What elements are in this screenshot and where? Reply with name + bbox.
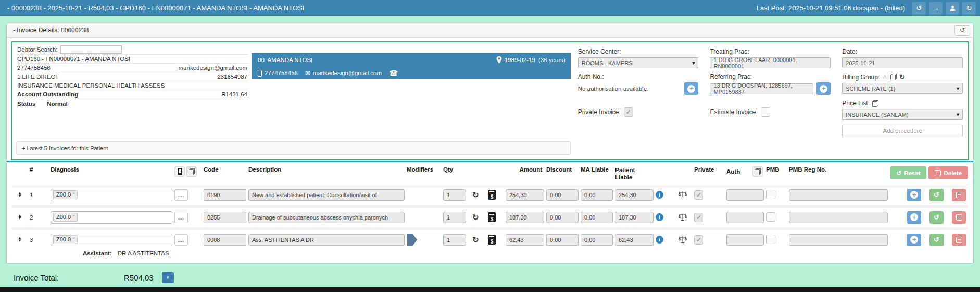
copy-auth-icon[interactable] [752, 166, 763, 177]
diagnosis-chip[interactable]: Z00.0 × [53, 235, 78, 244]
diagnosis-input[interactable]: Z00.0 × [51, 211, 172, 224]
refresh-line-icon[interactable]: ↻ [472, 190, 486, 200]
delete-line-button[interactable] [952, 234, 966, 246]
info-icon[interactable]: i [656, 236, 663, 244]
auth-field[interactable] [726, 212, 764, 223]
user-icon[interactable] [946, 2, 959, 14]
ma-liable-field[interactable]: 0,00 [581, 212, 613, 223]
modifier-flag[interactable] [407, 234, 417, 246]
undo-line-button[interactable]: ↺ [929, 211, 944, 224]
auth-field[interactable] [726, 189, 764, 201]
diagnosis-chip[interactable]: Z00.0 × [53, 213, 78, 222]
history-icon[interactable]: ↺ [912, 2, 926, 14]
treating-prac-field[interactable]: 1 DR G GROBELAAR, 0000001, RN0000001 [710, 57, 831, 68]
add-line-button[interactable]: + [907, 234, 921, 246]
add-line-button[interactable]: + [907, 189, 921, 201]
diagnosis-input[interactable]: Z00.0 × [51, 234, 172, 246]
discount-field[interactable]: 0.00 [546, 189, 579, 201]
add-referring-prac-button[interactable]: + [816, 82, 831, 95]
refresh-line-icon[interactable]: ↻ [472, 213, 486, 222]
reset-button[interactable]: ↺ Reset [890, 166, 927, 179]
copy-icon[interactable] [872, 100, 878, 107]
latest-invoices-toggle[interactable]: + Latest 5 Invoices for this Patient [16, 141, 571, 155]
scale-icon[interactable] [673, 191, 692, 199]
private-checkbox[interactable]: ✓ [694, 235, 703, 245]
amount-field[interactable]: 187,30 [506, 212, 544, 223]
pmb-reg-field[interactable] [789, 234, 888, 246]
pmb-checkbox[interactable] [766, 190, 775, 199]
diagnosis-mobile-icon[interactable] [174, 166, 185, 177]
pmb-reg-field[interactable] [789, 189, 888, 201]
discount-field[interactable]: 0.00 [546, 234, 579, 246]
ma-liable-field[interactable]: 0,00 [581, 234, 613, 246]
refresh-line-icon[interactable]: ↻ [472, 235, 486, 245]
chip-remove-icon[interactable]: × [72, 191, 75, 196]
chip-remove-icon[interactable]: × [72, 213, 75, 218]
diagnosis-input[interactable]: Z00.0 × [51, 189, 172, 201]
private-invoice-checkbox[interactable]: ✓ [624, 107, 633, 117]
delete-line-button[interactable] [952, 189, 966, 201]
pmb-reg-field[interactable] [789, 212, 888, 223]
price-list-select[interactable]: INSURANCE (SANLAM) ▾ [842, 109, 963, 120]
phone-handset-icon[interactable]: ☎ [389, 69, 398, 77]
ma-liable-field[interactable]: 0,00 [581, 189, 613, 201]
invoice-details-header[interactable]: - Invoice Details: 00000238 ↺ [7, 23, 973, 38]
undo-line-button[interactable]: ↺ [929, 189, 944, 201]
pmb-checkbox[interactable] [766, 212, 775, 222]
amount-field[interactable]: 62,43 [506, 234, 544, 246]
scale-icon[interactable] [673, 213, 692, 221]
add-line-button[interactable]: + [907, 211, 921, 224]
add-procedure-button[interactable]: Add procedure [842, 125, 963, 137]
referring-prac-field[interactable]: 13 DR G DOCSPAN, 1285697, MP0159837 [710, 83, 813, 94]
info-icon[interactable]: i [656, 191, 663, 199]
info-icon[interactable]: i [656, 213, 663, 221]
drag-handle[interactable]: ▲▼ [12, 215, 28, 220]
diagnosis-more-button[interactable]: ... [174, 189, 188, 201]
description-field[interactable]: New and established patient: Consultatio… [248, 189, 405, 201]
debtor-search-input[interactable] [60, 45, 122, 54]
diagnosis-chip[interactable]: Z00.0 × [53, 190, 78, 199]
qty-field[interactable]: 1 [443, 234, 466, 246]
billing-doc-icon[interactable]: $ [488, 190, 496, 200]
billing-doc-icon[interactable]: $ [488, 235, 496, 245]
delete-line-button[interactable] [952, 211, 966, 224]
invoice-total-dropdown-button[interactable]: ▼ [162, 272, 174, 283]
invoice-history-button[interactable]: ↺ [954, 25, 970, 36]
diagnosis-more-button[interactable]: ... [174, 234, 188, 246]
auth-field[interactable] [726, 234, 764, 246]
qty-field[interactable]: 1 [443, 212, 466, 223]
estimate-invoice-checkbox[interactable] [761, 107, 770, 117]
private-checkbox[interactable]: ✓ [694, 190, 703, 200]
code-field[interactable]: 0008 [204, 234, 246, 246]
undo-line-button[interactable]: ↺ [929, 234, 944, 246]
description-field[interactable]: Ass: ASTITENTAS A DR [248, 234, 405, 246]
billing-doc-icon[interactable]: $ [488, 212, 496, 222]
diagnosis-more-button[interactable]: ... [174, 212, 188, 223]
drag-handle[interactable]: ▲▼ [12, 237, 28, 242]
drag-handle[interactable]: ▲▼ [12, 192, 28, 198]
refresh-icon[interactable]: ↻ [899, 73, 905, 81]
billing-group-select[interactable]: SCHEME RATE (1) ▾ [842, 83, 963, 94]
patient-liable-field[interactable]: 62,43 [615, 234, 654, 246]
refresh-icon[interactable]: ↻ [962, 2, 976, 14]
add-auth-button[interactable]: + [684, 82, 698, 95]
date-field[interactable]: 2025-10-21 [842, 57, 963, 68]
scale-icon[interactable] [673, 236, 692, 244]
amount-field[interactable]: 254,30 [506, 189, 544, 201]
discount-field[interactable]: 0.00 [546, 212, 579, 223]
column-header-private: Private [694, 166, 724, 173]
delete-button[interactable]: Delete [928, 166, 968, 179]
copy-icon[interactable] [890, 74, 897, 80]
chip-remove-icon[interactable]: × [72, 236, 75, 240]
qty-field[interactable]: 1 [443, 189, 466, 201]
patient-liable-field[interactable]: 254,30 [615, 189, 654, 201]
code-field[interactable]: 0255 [204, 212, 246, 223]
copy-diagnosis-icon[interactable] [186, 166, 197, 177]
description-field[interactable]: Drainage of subcutaneous abscess onychia… [248, 212, 405, 223]
private-checkbox[interactable]: ✓ [694, 213, 703, 222]
forward-icon[interactable]: → [929, 2, 943, 14]
service-center-select[interactable]: ROOMS - KAMERS ▾ [578, 57, 699, 68]
code-field[interactable]: 0190 [204, 189, 246, 201]
patient-liable-field[interactable]: 187,30 [615, 212, 654, 223]
pmb-checkbox[interactable] [766, 235, 775, 244]
